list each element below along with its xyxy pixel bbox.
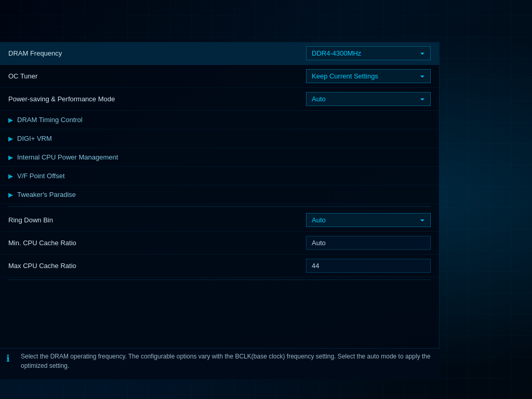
dram-frequency-value: DDR4-4300MHz [306,46,431,60]
ring-down-bin-select[interactable]: Auto [306,213,431,227]
spacer [0,282,439,292]
min-cpu-cache-value [306,236,431,250]
divider-1 [8,206,431,207]
info-text: Select the DRAM operating frequency. The… [21,352,433,370]
vf-offset-arrow: ▶ [8,172,13,180]
settings-panel: DRAM Frequency DDR4-4300MHz OC Tuner Kee… [0,42,440,348]
dram-timing-arrow: ▶ [8,116,13,124]
oc-tuner-value: Keep Current Settings [306,69,431,83]
dram-frequency-select[interactable]: DDR4-4300MHz [306,46,431,60]
cpu-power-label: Internal CPU Power Management [17,153,118,161]
dram-timing-section[interactable]: ▶ DRAM Timing Control [0,111,439,129]
oc-tuner-row: OC Tuner Keep Current Settings [0,65,439,88]
oc-tuner-label: OC Tuner [8,72,306,80]
cpu-power-section[interactable]: ▶ Internal CPU Power Management [0,148,439,167]
ring-down-bin-value: Auto [306,213,431,227]
vf-offset-label: V/F Point Offset [17,172,65,180]
power-mode-label: Power-saving & Performance Mode [8,95,306,103]
power-mode-value: Auto [306,92,431,106]
dram-timing-label: DRAM Timing Control [17,116,83,124]
max-cpu-cache-value [306,259,431,273]
max-cpu-cache-label: Max CPU Cache Ratio [8,262,306,270]
digi-vrm-arrow: ▶ [8,135,13,142]
oc-tuner-select[interactable]: Keep Current Settings [306,69,431,83]
tweakers-paradise-label: Tweaker's Paradise [17,191,76,198]
min-cpu-cache-row: Min. CPU Cache Ratio [0,232,439,255]
ring-down-bin-row: Ring Down Bin Auto [0,209,439,232]
vf-offset-section[interactable]: ▶ V/F Point Offset [0,167,439,185]
dram-frequency-row: DRAM Frequency DDR4-4300MHz [0,42,439,65]
ring-down-bin-label: Ring Down Bin [8,216,306,224]
power-mode-select[interactable]: Auto [306,92,431,106]
info-icon: ℹ [6,353,17,364]
min-cpu-cache-input[interactable] [306,236,431,250]
tweakers-paradise-arrow: ▶ [8,191,13,198]
min-cpu-cache-label: Min. CPU Cache Ratio [8,239,306,247]
power-mode-row: Power-saving & Performance Mode Auto [0,88,439,111]
info-bar: ℹ Select the DRAM operating frequency. T… [0,348,440,379]
tweakers-paradise-section[interactable]: ▶ Tweaker's Paradise [0,185,439,204]
max-cpu-cache-input[interactable] [306,259,431,273]
digi-vrm-section[interactable]: ▶ DIGI+ VRM [0,129,439,148]
dram-frequency-label: DRAM Frequency [8,49,306,57]
digi-vrm-label: DIGI+ VRM [17,135,52,142]
max-cpu-cache-row: Max CPU Cache Ratio [0,255,439,277]
cpu-power-arrow: ▶ [8,154,13,161]
divider-2 [8,280,431,280]
